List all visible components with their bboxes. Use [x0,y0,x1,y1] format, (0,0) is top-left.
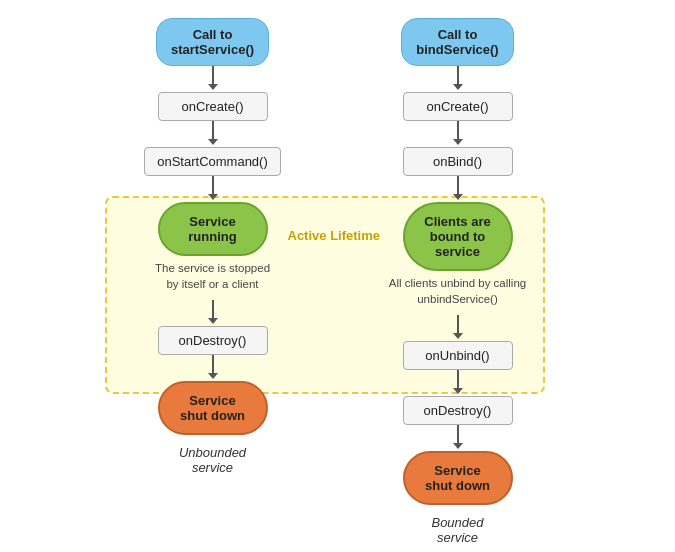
service-stopped-description: The service is stopped by itself or a cl… [155,260,270,292]
ondestroy-right: onDestroy() [403,396,513,425]
oncreate-right: onCreate() [403,92,513,121]
arrow-6-right [457,425,459,443]
arrow-2-right [457,121,459,139]
shutdown-left: Service shut down [158,381,268,435]
oncreate-left: onCreate() [158,92,268,121]
arrow-4-left [212,300,214,318]
service-running-node: Service running [158,202,268,256]
bind-service-node: Call to bindService() [401,18,513,66]
arrow-5-left [212,355,214,373]
start-service-node: Call to startService() [156,18,269,66]
arrow-2-left [212,121,214,139]
left-column: Call to startService() onCreate() onStar… [133,18,293,545]
clients-unbind-description: All clients unbind by calling unbindServ… [389,275,526,307]
arrow-4-right [457,315,459,333]
right-column: Call to bindService() onCreate() onBind(… [373,18,543,545]
diagram-container: Active Lifetime Call to startService() o… [10,10,665,552]
arrow-1-left [212,66,214,84]
arrow-3-right [457,176,459,194]
onbind-node: onBind() [403,147,513,176]
clients-bound-node: Clients are bound to service [403,202,513,271]
ondestroy-left: onDestroy() [158,326,268,355]
right-column-label: Bounded service [431,515,483,545]
arrow-5-right [457,370,459,388]
onstartcommand-node: onStartCommand() [144,147,281,176]
onunbind-node: onUnbind() [403,341,513,370]
left-column-label: Unbounded service [179,445,246,475]
two-columns: Call to startService() onCreate() onStar… [93,18,583,545]
arrow-1-right [457,66,459,84]
arrow-3-left [212,176,214,194]
shutdown-right: Service shut down [403,451,513,505]
active-lifetime-label: Active Lifetime [288,228,380,244]
